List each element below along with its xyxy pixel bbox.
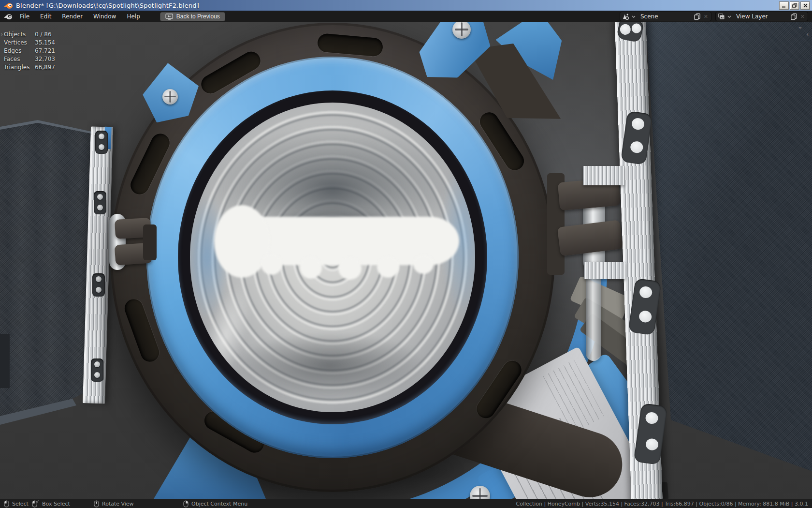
editor-corner-widget[interactable]: ⌄ — [798, 23, 803, 30]
viewport-statistics: Objects0 / 86 Vertices35,154 Edges67,721… — [4, 31, 55, 71]
minimize-icon — [782, 3, 786, 8]
back-to-previous-label: Back to Previous — [176, 13, 220, 20]
blender-menu-logo-icon[interactable] — [3, 13, 13, 20]
minimize-button[interactable] — [779, 1, 789, 10]
restore-icon — [792, 3, 798, 8]
toolbar-expand-arrow[interactable]: › — [0, 31, 3, 37]
stat-value: 67,721 — [35, 48, 55, 54]
stat-label: Objects — [4, 31, 33, 38]
hint-label: Rotate View — [102, 501, 134, 507]
stat-value: 0 / 86 — [35, 31, 55, 38]
bolt-plate — [95, 131, 108, 154]
hint-label: Object Context Menu — [191, 501, 247, 507]
blender-window: Blender* [G:\Downloads\!cg\Spotlight\Spo… — [0, 0, 812, 508]
stat-value: 66,897 — [35, 64, 55, 71]
stat-label: Edges — [4, 48, 33, 54]
view-layer-icon — [718, 13, 725, 20]
hint-label: Select — [12, 501, 29, 507]
unlink-scene-icon[interactable]: ✕ — [703, 14, 709, 19]
viewport-3d[interactable]: Objects0 / 86 Vertices35,154 Edges67,721… — [0, 22, 812, 499]
scene-selector[interactable]: Scene ✕ — [620, 12, 711, 21]
light-streak-scallop — [300, 256, 322, 279]
back-to-previous-button[interactable]: Back to Previous — [160, 12, 225, 21]
keymap-hint-context-menu: Object Context Menu — [183, 499, 247, 508]
clip-screw — [162, 89, 178, 105]
status-bar: Select Box Select Rotate View Object Con… — [0, 499, 812, 508]
scene-icon — [622, 13, 629, 20]
window-controls — [779, 1, 810, 10]
light-streak-scallop — [338, 257, 362, 280]
light-streak-scallop — [377, 256, 399, 278]
stat-value: 35,154 — [35, 40, 55, 46]
light-streak-scallop — [413, 254, 434, 274]
hinge-bracket-left — [143, 224, 157, 260]
window-title: Blender* [G:\Downloads\!cg\Spotlight\Spo… — [16, 2, 199, 9]
stat-label: Vertices — [4, 40, 33, 46]
bolt-plate — [92, 273, 105, 297]
blender-logo-icon — [3, 2, 13, 9]
view-layer-selector[interactable]: View Layer ✕ — [715, 12, 808, 21]
restore-button[interactable] — [790, 1, 799, 10]
hint-label: Box Select — [42, 501, 70, 507]
chevron-down-icon — [727, 15, 731, 18]
mouse-left-icon — [4, 500, 9, 508]
bolt-plate — [94, 191, 106, 214]
fresnel-lens — [190, 103, 475, 412]
remove-view-layer-icon[interactable]: ✕ — [799, 14, 806, 19]
bolt-plate — [91, 359, 103, 382]
top-menu-bar: File Edit Render Window Help Back to Pre… — [0, 11, 812, 22]
left-edge-object — [0, 334, 10, 388]
light-streak-scallop — [261, 254, 282, 275]
menu-render[interactable]: Render — [57, 11, 88, 22]
stat-label: Triangles — [4, 64, 33, 71]
mouse-middle-icon — [94, 500, 99, 508]
sidebar-expand-arrow[interactable]: ‹ — [806, 31, 809, 37]
title-bar: Blender* [G:\Downloads\!cg\Spotlight\Spo… — [0, 0, 812, 11]
menu-edit[interactable]: Edit — [35, 11, 57, 22]
mouse-left-drag-icon — [32, 500, 39, 508]
back-screen-icon — [165, 14, 174, 20]
menu-help[interactable]: Help — [121, 11, 145, 22]
view-layer-name: View Layer — [733, 13, 788, 20]
stat-value: 32,703 — [35, 56, 55, 62]
hinge-mount-bottom — [584, 262, 625, 279]
keymap-hint-select: Select — [4, 499, 29, 508]
new-scene-icon[interactable] — [694, 13, 701, 20]
menu-window[interactable]: Window — [88, 11, 121, 22]
keymap-hint-box-select: Box Select — [32, 499, 70, 508]
stat-label: Faces — [4, 56, 33, 62]
lens-reflection-dark-bottom — [235, 332, 423, 400]
scene-statistics-text: Collection | HoneyComb | Verts:35,154 | … — [516, 499, 808, 508]
keymap-hint-rotate-view: Rotate View — [94, 499, 134, 508]
scene-name: Scene — [638, 13, 692, 20]
close-button[interactable] — [800, 1, 810, 10]
mouse-right-icon — [183, 500, 188, 508]
new-view-layer-icon[interactable] — [790, 13, 798, 20]
hinge-mount-top — [583, 166, 624, 185]
close-icon — [803, 3, 808, 8]
chevron-down-icon — [632, 15, 636, 18]
menu-file[interactable]: File — [14, 11, 35, 22]
hinge-pin-right-lower — [586, 271, 601, 361]
